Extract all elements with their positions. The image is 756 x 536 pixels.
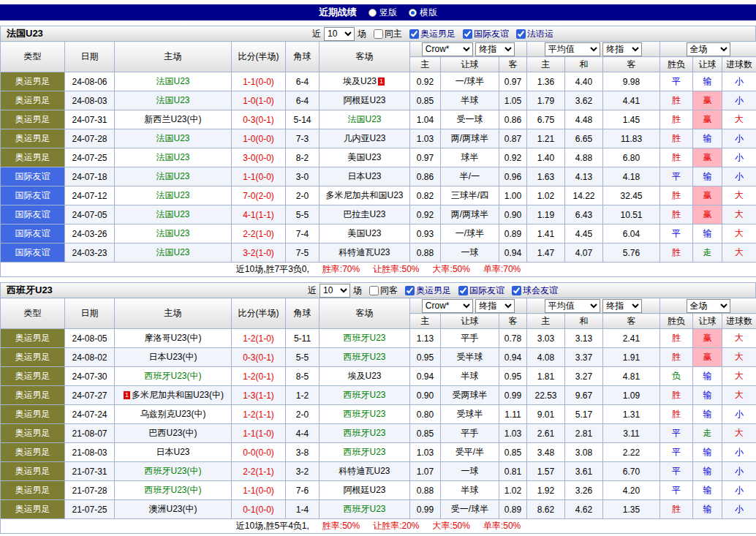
filter-checkbox-0[interactable]: 同主 [374, 28, 402, 40]
results-body: 奥运男足24-08-05摩洛哥U23(中)1-2(1-0)5-11西班牙U231… [1, 329, 756, 519]
filter-checkbox-0[interactable]: 同客 [369, 284, 398, 297]
team-label: 西班牙U23 [343, 504, 385, 514]
col-odds-home: 主 [410, 57, 441, 72]
summary-row: 近10场,胜7平3负0,胜率:70%让胜率:50%大率:50%单率:70% [1, 263, 756, 277]
summary-stat: 大率:50% [433, 264, 470, 274]
view-option-vertical-label: 竖版 [379, 7, 397, 19]
result-handicap: 赢 [693, 329, 722, 348]
away-team: 西班牙U23 [320, 405, 410, 424]
col-date: 日期 [65, 42, 115, 72]
team-label: 科特迪瓦U23 [339, 247, 390, 257]
odds-stage-select[interactable]: 终指 [475, 299, 515, 313]
col-type: 类型 [1, 42, 65, 72]
avg-home: 1.21 [527, 129, 565, 148]
view-option-vertical[interactable]: 竖版 [368, 7, 397, 19]
team-label: 美国U23 [347, 228, 381, 238]
result-goals: 大 [722, 367, 756, 386]
checkbox-input[interactable] [374, 29, 383, 39]
result-winloss: 胜 [660, 329, 693, 348]
avg-type-select[interactable]: 平均值 [545, 42, 600, 56]
avg-draw: 9.67 [565, 386, 603, 405]
match-count-select[interactable]: 10 [324, 27, 355, 41]
odds-handicap: 平手 [441, 329, 499, 348]
avg-type-select[interactable]: 平均值 [545, 299, 600, 313]
score: 4-1(1-1) [232, 205, 286, 224]
avg-away: 1.45 [603, 110, 660, 129]
checkbox-input[interactable] [409, 29, 419, 39]
result-winloss: 平 [660, 224, 693, 244]
odds-home: 1.03 [410, 443, 441, 462]
team-label: 西班牙U23 [343, 447, 385, 457]
score: 1-1(0-0) [232, 481, 286, 500]
odds-handicap: 两/两球半 [441, 129, 499, 148]
match-type: 奥运男足 [1, 110, 65, 129]
filter-checkbox-2[interactable]: 国际友谊 [458, 284, 504, 297]
checkbox-input[interactable] [516, 29, 526, 39]
scope-select[interactable]: 全场 [687, 42, 730, 56]
odds-stage-select[interactable]: 终指 [475, 42, 515, 56]
away-team: 科特迪瓦U23 [320, 244, 410, 263]
filter-checkbox-3[interactable]: 法语运 [516, 28, 553, 40]
match-row: 国际友谊24-07-05法国U234-1(1-1)5-5巴拉圭U230.92两/… [1, 205, 756, 224]
team-label: 日本U23 [347, 171, 381, 181]
avg-stage-select[interactable]: 终指 [602, 299, 642, 313]
filter-checkbox-1[interactable]: 奥运男足 [405, 284, 451, 297]
odds-group-header: Crow* 终指 [410, 298, 527, 314]
corners: 5-14 [286, 110, 320, 129]
score: 1-1(1-0) [232, 424, 286, 443]
filter-checkbox-3[interactable]: 球会友谊 [512, 284, 558, 297]
avg-stage-select[interactable]: 终指 [602, 42, 642, 56]
view-option-horizontal-label: 横版 [420, 7, 437, 19]
view-option-horizontal[interactable]: 横版 [409, 7, 437, 19]
avg-draw: 4.62 [565, 500, 603, 519]
score: 1-2(1-0) [232, 329, 286, 348]
avg-draw: 14.22 [565, 186, 603, 205]
match-row: 国际友谊24-03-26法国U232-2(1-0)7-4美国U230.93一/球… [1, 224, 756, 244]
odds-handicap: 半球 [441, 367, 499, 386]
odds-away: 0.95 [499, 367, 527, 386]
checkbox-input[interactable] [369, 286, 379, 295]
result-winloss: 平 [660, 443, 693, 462]
odds-company-select[interactable]: Crow* [422, 299, 473, 313]
avg-away: 2.41 [603, 329, 660, 348]
avg-draw: 3.62 [565, 91, 603, 110]
odds-handicap: 半球 [441, 481, 499, 500]
odds-company-select[interactable]: Crow* [422, 42, 473, 56]
filter-checkbox-2[interactable]: 国际友谊 [463, 28, 509, 40]
match-date: 24-08-02 [65, 348, 115, 367]
match-type: 奥运男足 [1, 405, 65, 424]
scope-select[interactable]: 全场 [687, 299, 730, 313]
match-date: 24-07-05 [65, 205, 115, 224]
checkbox-input[interactable] [458, 286, 468, 295]
match-date: 24-07-30 [65, 367, 115, 386]
avg-away: 2.22 [603, 443, 660, 462]
odds-group-header: Crow* 终指 [410, 42, 527, 57]
filter-checkbox-1[interactable]: 奥运男足 [409, 28, 456, 40]
result-goals: 小 [722, 462, 756, 481]
match-row: 奥运男足24-07-25法国U233-0(0-0)8-2美国U230.97球半0… [1, 148, 756, 167]
col-score: 比分(半场) [232, 298, 286, 329]
match-type: 奥运男足 [1, 500, 65, 519]
corners: 7-3 [286, 129, 320, 148]
checkbox-input[interactable] [463, 29, 472, 39]
odds-away: 0.96 [499, 167, 527, 186]
match-row: 奥运男足24-07-24乌兹别克U23(中)1-2(1-1)2-0西班牙U230… [1, 405, 756, 424]
avg-draw: 3.26 [565, 481, 603, 500]
match-type: 国际友谊 [1, 224, 65, 244]
result-handicap: 赢 [693, 205, 722, 224]
result-winloss: 胜 [660, 244, 693, 263]
match-count-select[interactable]: 10 [320, 284, 350, 298]
result-goals: 大 [722, 205, 756, 224]
result-goals: 大 [722, 348, 756, 367]
match-row: 奥运男足24-08-06法国U231-1(0-0)6-4埃及U2310.92一/… [1, 72, 756, 91]
match-type: 奥运男足 [1, 424, 65, 443]
away-team: 埃及U23 [320, 367, 410, 386]
checkbox-input[interactable] [512, 286, 521, 295]
odds-away: 1.02 [499, 481, 527, 500]
table-header: 类型 日期 主场 比分(半场) 角球 客场 Crow* 终指 平均值 终指 [1, 42, 756, 72]
checkbox-input[interactable] [405, 286, 415, 295]
away-team: 日本U23 [320, 167, 410, 186]
avg-away: 11.83 [603, 129, 660, 148]
odds-home: 0.92 [410, 205, 441, 224]
match-date: 24-07-25 [65, 148, 115, 167]
